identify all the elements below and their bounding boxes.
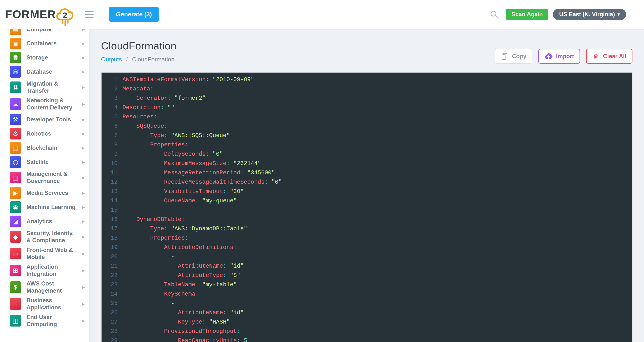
sidebar-item-robotics[interactable]: ⚙Robotics▸ [0,127,89,141]
sidebar-item-storage[interactable]: ⛃Storage▸ [0,51,89,65]
scan-again-button[interactable]: Scan Again [506,9,548,20]
sidebar-item-label: Robotics [26,130,78,137]
menu-toggle-icon[interactable] [83,8,96,21]
sidebar-item-machine-learning[interactable]: ◉Machine Learning▸ [0,200,89,214]
code-text: ProvisionedThroughput: [122,327,632,336]
line-number: 29 [102,336,122,342]
sidebar-item-label: Machine Learning [26,204,78,211]
code-text: ReceiveMessageWaitTimeSeconds: "0" [122,178,632,187]
sidebar-item-media-services[interactable]: ▶Media Services▸ [0,186,89,200]
line-number: 3 [102,94,122,103]
line-number: 16 [102,215,122,224]
chevron-right-icon: ▸ [82,284,85,290]
code-text: AttributeDefinitions: [122,243,632,252]
import-label: Import [556,53,574,60]
sidebar-item-label: Networking & Content Delivery [26,97,78,111]
code-line: 23 TableName: "my-table" [102,280,632,289]
code-line: 15 [102,205,632,215]
sidebar-item-database[interactable]: ⛁Database▸ [0,65,89,79]
breadcrumb-outputs-link[interactable]: Outputs [101,56,122,63]
sidebar-item-end-user-computing[interactable]: ◫End User Computing▸ [0,312,89,329]
code-line: 27 KeyType: "HASH" [102,317,632,327]
trash-icon [592,53,600,60]
code-text: Properties: [122,140,632,150]
chevron-right-icon: ▸ [82,131,85,137]
sidebar-item-networking-content-delivery[interactable]: ☁Networking & Content Delivery▸ [0,96,89,112]
sidebar-item-compute[interactable]: ▦Compute▸ [0,29,89,36]
machine-learning-icon: ◉ [10,201,21,213]
sidebar-item-label: Blockchain [26,144,78,151]
sidebar-item-containers[interactable]: ▣Containers▸ [0,36,89,51]
line-number: 14 [102,196,122,205]
end-user-computing-icon: ◫ [10,315,21,326]
sidebar-item-migration-transfer[interactable]: ⇅Migration & Transfer▸ [0,79,89,96]
top-navbar: FORMER 2 Generate (3) Scan Again US East… [0,0,644,29]
code-text: QueueName: "my-queue" [122,196,632,205]
sidebar-item-front-end-web-mobile[interactable]: ▭Front-end Web & Mobile▸ [0,245,89,262]
code-text: AttributeType: "S" [122,271,632,280]
sidebar-item-label: Management & Governance [26,170,78,185]
application-integration-icon: ⊞ [10,265,21,276]
code-line: 6 SQSQueue: [102,122,632,131]
sidebar-item-blockchain[interactable]: ▤Blockchain▸ [0,141,89,155]
blockchain-icon: ▤ [10,142,21,154]
search-icon[interactable] [490,10,498,19]
line-number: 19 [102,243,122,252]
code-line: 20 - [102,252,632,261]
sidebar-item-label: Analytics [26,218,78,225]
robotics-icon: ⚙ [10,128,21,140]
region-label: US East (N. Virginia) [559,11,615,18]
security-identity-icon: ◆ [10,231,21,243]
code-text: - [122,252,632,261]
code-text: DelaySeconds: "0" [122,150,632,159]
line-number: 5 [102,112,122,122]
sidebar-item-label: Database [26,68,78,75]
code-line: 22 AttributeType: "S" [102,271,632,280]
code-text: TableName: "my-table" [122,280,632,289]
sidebar-item-developer-tools[interactable]: ⚒Developer Tools▸ [0,112,89,127]
sidebar-item-label: Storage [26,54,78,61]
line-number: 1 [102,75,122,84]
code-text: Metadata: [122,84,632,94]
sidebar-item-label: Business Applications [26,297,78,311]
code-line: 4Description: "" [102,103,632,112]
line-number: 11 [102,168,122,178]
former2-logo[interactable]: FORMER 2 [5,1,77,28]
sidebar-item-label: Developer Tools [26,116,78,123]
chevron-right-icon: ▸ [82,69,85,75]
region-dropdown[interactable]: US East (N. Virginia) ▾ [553,9,626,20]
code-text: KeySchema: [122,289,632,299]
sidebar-item-analytics[interactable]: ◢Analytics▸ [0,214,89,228]
line-number: 26 [102,308,122,317]
sidebar-item-satellite[interactable]: ◍Satellite▸ [0,155,89,169]
code-line: 26 AttributeName: "id" [102,308,632,317]
sidebar-item-application-integration[interactable]: ⊞Application Integration▸ [0,262,89,279]
breadcrumb-separator: / [126,56,128,63]
line-number: 20 [102,252,122,261]
line-number: 25 [102,299,122,308]
code-line: 19 AttributeDefinitions: [102,243,632,252]
sidebar-item-label: Media Services [26,189,78,197]
sidebar-scrollbar[interactable] [90,29,93,342]
code-line: 21 AttributeName: "id" [102,261,632,271]
chevron-right-icon: ▸ [82,301,85,307]
clear-all-label: Clear All [603,53,626,60]
chevron-right-icon: ▸ [82,318,85,324]
sidebar-item-security-identity-compliance[interactable]: ◆Security, Identity, & Compliance▸ [0,228,89,245]
code-text: Type: "AWS::DynamoDB::Table" [122,224,632,233]
service-sidebar: ▦Compute▸▣Containers▸⛃Storage▸⛁Database▸… [0,29,90,342]
sidebar-item-label: Migration & Transfer [26,80,78,94]
sidebar-item-label: Satellite [26,159,78,166]
code-editor[interactable]: 1AWSTemplateFormatVersion: "2010-09-09"2… [101,72,632,342]
copy-button[interactable]: Copy [495,49,532,64]
clear-all-button[interactable]: Clear All [586,49,632,64]
line-number: 4 [102,103,122,112]
sidebar-item-business-applications[interactable]: ⌂Business Applications▸ [0,295,89,312]
sidebar-item-management-governance[interactable]: ▥Management & Governance▸ [0,169,89,186]
code-line: 10 MaximumMessageSize: "262144" [102,159,632,168]
sidebar-item-aws-cost-management[interactable]: $AWS Cost Management▸ [0,279,89,295]
import-button[interactable]: Import [538,49,580,64]
code-text: - [122,299,632,308]
generate-button[interactable]: Generate (3) [109,7,159,22]
code-line: 16 DynamoDBTable: [102,215,632,224]
